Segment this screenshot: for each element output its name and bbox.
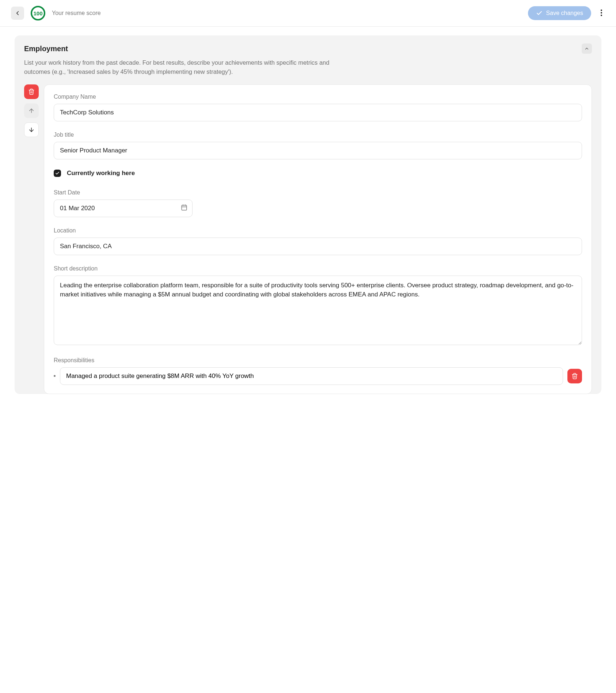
svg-point-0 bbox=[601, 10, 602, 11]
location-label: Location bbox=[54, 227, 582, 234]
check-icon bbox=[536, 10, 543, 16]
score-badge: 100 bbox=[31, 6, 45, 20]
arrow-up-icon bbox=[28, 107, 35, 114]
more-menu-button[interactable] bbox=[598, 7, 605, 20]
arrow-left-icon bbox=[14, 10, 21, 16]
entry-controls bbox=[24, 84, 39, 137]
company-input[interactable] bbox=[54, 104, 582, 121]
startdate-label: Start Date bbox=[54, 189, 582, 196]
company-label: Company Name bbox=[54, 94, 582, 100]
move-down-button[interactable] bbox=[24, 122, 39, 137]
shortdesc-input[interactable] bbox=[54, 276, 582, 345]
section-description: List your work history from the past dec… bbox=[24, 58, 346, 76]
currently-working-checkbox[interactable] bbox=[54, 170, 61, 177]
trash-icon bbox=[28, 88, 35, 95]
currently-working-label: Currently working here bbox=[67, 170, 135, 177]
jobtitle-input[interactable] bbox=[54, 142, 582, 159]
section-title: Employment bbox=[24, 45, 68, 53]
save-button[interactable]: Save changes bbox=[528, 6, 591, 20]
responsibility-row bbox=[54, 367, 582, 385]
responsibility-input[interactable] bbox=[60, 367, 563, 385]
shortdesc-label: Short description bbox=[54, 265, 582, 272]
score-label: Your resume score bbox=[52, 10, 101, 16]
collapse-button[interactable] bbox=[582, 43, 592, 54]
startdate-input[interactable] bbox=[54, 200, 193, 217]
svg-point-2 bbox=[601, 15, 602, 16]
delete-responsibility-button[interactable] bbox=[567, 369, 582, 383]
check-icon bbox=[55, 171, 60, 175]
responsibilities-label: Responsibilities bbox=[54, 357, 582, 364]
jobtitle-label: Job title bbox=[54, 132, 582, 138]
svg-point-1 bbox=[601, 12, 602, 14]
arrow-down-icon bbox=[28, 126, 35, 133]
back-button[interactable] bbox=[11, 7, 24, 20]
delete-entry-button[interactable] bbox=[24, 84, 39, 99]
entry-card: Company Name Job title Currently working… bbox=[44, 84, 592, 394]
location-input[interactable] bbox=[54, 238, 582, 255]
bullet-icon bbox=[54, 375, 56, 377]
save-button-label: Save changes bbox=[546, 10, 583, 16]
trash-icon bbox=[571, 373, 578, 379]
move-up-button[interactable] bbox=[24, 103, 39, 118]
employment-section: Employment List your work history from t… bbox=[15, 35, 601, 394]
chevron-up-icon bbox=[584, 46, 589, 51]
kebab-icon bbox=[601, 10, 602, 16]
header-bar: 100 Your resume score Save changes bbox=[0, 0, 616, 27]
